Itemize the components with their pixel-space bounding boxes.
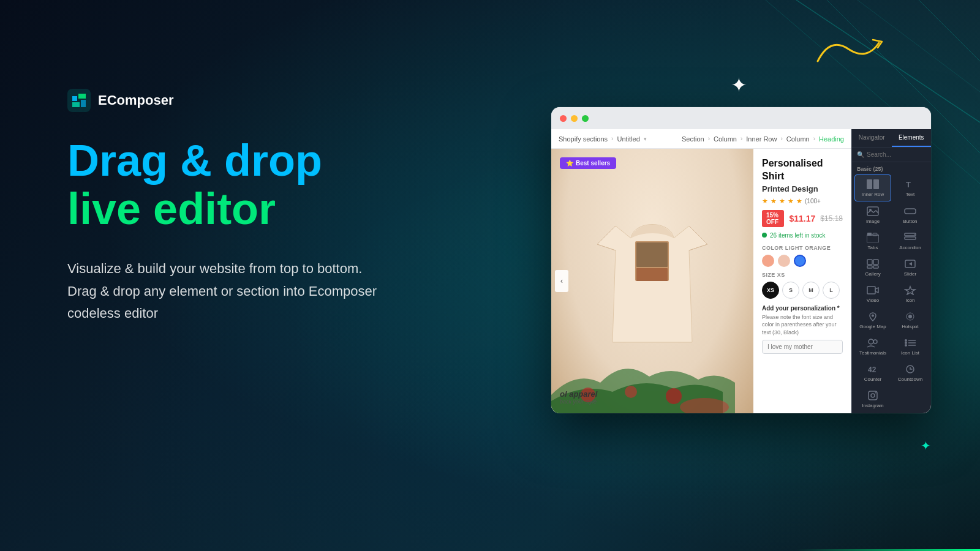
elements-tab[interactable]: Elements <box>892 129 932 147</box>
breadcrumb-column[interactable]: Column <box>714 135 737 143</box>
element-accordion-label: Accordion <box>899 245 921 250</box>
browser-window: Shopify sections › Untitled ▾ Section › … <box>551 107 931 413</box>
personalization-section: Add your personalization * Please note t… <box>762 305 843 354</box>
star-5: ★ <box>796 197 802 205</box>
breadcrumb-section[interactable]: Section <box>682 135 704 143</box>
nav-prev-button[interactable]: ‹ <box>555 270 568 292</box>
star-1: ★ <box>762 197 768 205</box>
element-countdown-label: Countdown <box>898 377 922 382</box>
brand-tagline: back your style <box>560 399 597 405</box>
element-gallery[interactable]: Gallery <box>854 255 891 280</box>
breadcrumb-inner-row[interactable]: Inner Row <box>746 135 777 143</box>
counter-icon: 42 <box>866 364 880 375</box>
breadcrumb-heading[interactable]: Heading <box>819 135 844 143</box>
element-text[interactable]: T Text <box>892 174 929 201</box>
browser-content: Shopify sections › Untitled ▾ Section › … <box>551 129 931 413</box>
reviews-count: (100+ <box>805 198 821 204</box>
stock-text: 26 items left in stock <box>770 232 826 239</box>
element-image[interactable]: Image <box>854 202 891 228</box>
svg-marker-31 <box>905 287 915 294</box>
element-instagram[interactable]: Instagram <box>854 386 891 412</box>
svg-rect-18 <box>905 209 916 214</box>
browser-dot-green <box>582 115 589 122</box>
size-xs[interactable]: XS <box>762 282 779 299</box>
svg-point-10 <box>625 386 637 398</box>
navigator-tab[interactable]: Navigator <box>852 129 892 147</box>
element-google-map[interactable]: Google Map <box>854 307 891 333</box>
countdown-icon <box>903 364 917 375</box>
swatch-blue[interactable] <box>794 255 806 267</box>
title-line-2: live editor <box>67 185 386 233</box>
element-countdown[interactable]: Countdown <box>892 360 929 386</box>
element-image-label: Image <box>866 219 880 224</box>
color-label: COLOR LIGHT ORANGE <box>762 245 843 251</box>
search-input[interactable] <box>867 151 931 158</box>
elements-tab-label: Elements <box>899 134 924 141</box>
size-s[interactable]: S <box>782 282 799 299</box>
search-icon: 🔍 <box>857 151 864 158</box>
breadcrumb-sep-1: › <box>611 135 613 142</box>
hero-description: Visualize & build your website from top … <box>67 258 386 324</box>
navigator-tab-label: Navigator <box>859 134 885 141</box>
element-icon-list[interactable]: Icon List <box>892 334 929 359</box>
image-icon <box>866 206 880 217</box>
element-accordion[interactable]: Accordion <box>892 228 929 254</box>
star-2: ★ <box>771 197 777 205</box>
size-m[interactable]: M <box>802 282 820 299</box>
product-tshirt-background <box>551 149 753 413</box>
breadcrumb-shopify[interactable]: Shopify sections <box>559 135 608 143</box>
element-counter-label: Counter <box>864 377 881 382</box>
instagram-icon <box>866 390 880 401</box>
testimonials-icon <box>866 337 880 348</box>
element-inner-row[interactable]: Inner Row <box>854 174 891 201</box>
element-testimonials[interactable]: Testimonials <box>854 334 891 359</box>
title-line-1: Drag & drop <box>67 137 386 185</box>
element-slider[interactable]: Slider <box>892 255 929 280</box>
svg-rect-20 <box>867 233 872 236</box>
best-sellers-badge: ⭐ Best sellers <box>560 157 616 169</box>
element-tabs[interactable]: Tabs <box>854 228 891 254</box>
element-hotspot[interactable]: Hotspot <box>892 307 929 333</box>
elements-grid: Inner Row T Text Image <box>852 174 931 412</box>
browser-dot-yellow <box>571 115 578 122</box>
product-image-area: ⭐ Best sellers <box>551 149 753 413</box>
svg-rect-27 <box>867 266 872 268</box>
brand-name: ol apparel <box>560 389 597 399</box>
svg-rect-28 <box>873 266 878 268</box>
stars-row: ★ ★ ★ ★ ★ (100+ <box>762 197 843 205</box>
badge-star-icon: ⭐ <box>566 160 573 167</box>
icon-element-icon <box>903 285 917 296</box>
svg-rect-13 <box>867 179 872 189</box>
svg-rect-30 <box>867 287 875 294</box>
slider-icon <box>903 258 917 269</box>
svg-text:T: T <box>906 180 911 189</box>
breadcrumb-untitled[interactable]: Untitled <box>617 135 639 143</box>
personalization-label: Add your personalization * <box>762 305 843 312</box>
size-label: SIZE XS <box>762 272 843 278</box>
element-video-label: Video <box>867 298 879 303</box>
element-button[interactable]: Button <box>892 202 929 228</box>
swatch-pink[interactable] <box>778 255 790 267</box>
personalization-input[interactable] <box>762 340 843 354</box>
price-old: $15.18 <box>820 214 843 223</box>
product-subtitle: Printed Design <box>762 184 843 193</box>
element-counter[interactable]: 42 Counter <box>854 360 891 386</box>
element-button-label: Button <box>903 219 917 224</box>
element-video[interactable]: Video <box>854 281 891 307</box>
inner-row-icon <box>866 179 880 190</box>
element-icon[interactable]: Icon <box>892 281 929 307</box>
logo-area: EComposer <box>67 89 386 112</box>
svg-rect-8 <box>636 268 668 281</box>
accordion-icon <box>903 232 917 243</box>
svg-point-32 <box>872 315 874 317</box>
svg-point-11 <box>666 388 682 404</box>
breadcrumb-column2[interactable]: Column <box>786 135 810 143</box>
price-new: $11.17 <box>789 214 815 223</box>
size-l[interactable]: L <box>823 282 840 299</box>
text-icon: T <box>903 179 917 190</box>
breadcrumb-sep-3: › <box>741 135 742 142</box>
swatch-orange[interactable] <box>762 255 774 267</box>
svg-rect-7 <box>636 242 668 267</box>
size-options: XS S M L <box>762 282 843 299</box>
tabs-icon <box>866 232 880 243</box>
